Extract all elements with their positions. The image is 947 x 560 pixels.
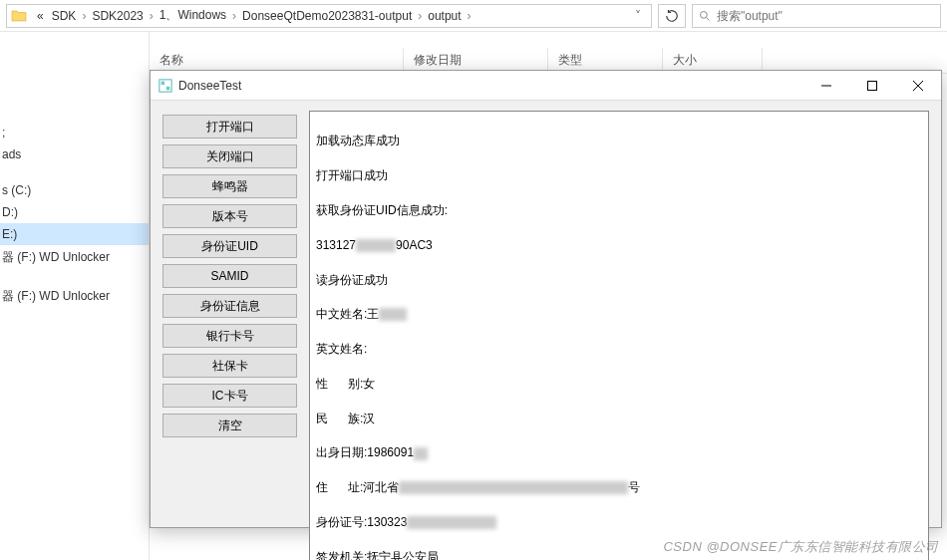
output-line: 民 族:汉 <box>316 411 375 427</box>
output-line: 签发机关:抚宁县公安局 <box>316 549 439 560</box>
search-input-wrap[interactable] <box>692 4 941 28</box>
ic-card-button[interactable]: IC卡号 <box>162 384 297 408</box>
sidebar-item[interactable]: s (C:) <box>0 179 149 201</box>
redacted <box>356 239 396 252</box>
close-button[interactable] <box>895 71 941 101</box>
minimize-icon <box>821 81 831 91</box>
search-input[interactable] <box>717 9 934 23</box>
titlebar[interactable]: DonseeTest <box>151 71 941 101</box>
breadcrumb-item[interactable]: output <box>424 9 465 23</box>
folder-icon <box>11 8 27 24</box>
output-line: 中文姓名:王 <box>316 306 379 323</box>
redacted <box>414 447 428 460</box>
app-content: 打开端口 关闭端口 蜂鸣器 版本号 身份证UID SAMID 身份证信息 银行卡… <box>151 101 941 560</box>
svg-rect-4 <box>166 86 170 90</box>
breadcrumb-item[interactable]: SDK <box>48 9 81 23</box>
redacted <box>407 516 496 529</box>
output-line: 获取身份证UID信息成功: <box>316 202 448 219</box>
app-icon <box>158 79 172 93</box>
id-uid-button[interactable]: 身份证UID <box>162 234 297 258</box>
id-info-button[interactable]: 身份证信息 <box>162 294 297 318</box>
svg-point-0 <box>701 11 708 18</box>
sidebar-item[interactable]: ads <box>0 143 149 165</box>
watermark: CSDN @DONSEE广东东信智能科技有限公司 <box>663 538 939 556</box>
output-line: 出身日期:1986091 <box>316 444 414 461</box>
clear-button[interactable]: 清空 <box>162 414 297 437</box>
breadcrumb-item[interactable]: SDK2023 <box>88 9 147 23</box>
output-line: 313127 <box>316 237 356 254</box>
refresh-icon <box>665 9 679 23</box>
maximize-button[interactable] <box>849 71 895 101</box>
svg-line-1 <box>707 17 710 20</box>
refresh-button[interactable] <box>658 4 686 28</box>
search-icon <box>699 10 711 22</box>
window-title: DonseeTest <box>178 79 803 93</box>
output-line: 90AC3 <box>396 237 433 254</box>
breadcrumb-item[interactable]: 1、Windows <box>156 7 230 24</box>
close-port-button[interactable]: 关闭端口 <box>162 144 297 168</box>
sidebar-item[interactable]: 器 (F:) WD Unlocker <box>0 245 149 270</box>
open-port-button[interactable]: 打开端口 <box>162 115 297 139</box>
output-line: 读身份证成功 <box>316 272 388 289</box>
svg-rect-3 <box>161 81 165 85</box>
buzzer-button[interactable]: 蜂鸣器 <box>162 174 297 198</box>
breadcrumb-prefix: « <box>33 9 48 23</box>
app-window: DonseeTest 打开端口 关闭端口 蜂鸣器 版本号 身份证UID SAMI… <box>150 70 942 528</box>
maximize-icon <box>867 81 877 91</box>
chevron-right-icon: › <box>230 9 238 23</box>
output-line: 号 <box>628 479 640 496</box>
output-line: 加载动态库成功 <box>316 133 400 149</box>
redacted <box>399 481 628 494</box>
output-line: 住 址:河北省 <box>316 479 399 496</box>
sidebar-item[interactable]: D:) <box>0 201 149 223</box>
redacted <box>379 308 407 321</box>
button-panel: 打开端口 关闭端口 蜂鸣器 版本号 身份证UID SAMID 身份证信息 银行卡… <box>162 111 297 560</box>
breadcrumb[interactable]: « SDK› SDK2023› 1、Windows› DonseeQtDemo2… <box>6 4 652 28</box>
chevron-down-icon[interactable]: ˅ <box>629 9 647 23</box>
chevron-right-icon: › <box>148 9 156 23</box>
sidebar: ; ads s (C:) D:) E:) 器 (F:) WD Unlocker … <box>0 32 150 560</box>
output-line: 性 别:女 <box>316 376 375 393</box>
explorer-toolbar: « SDK› SDK2023› 1、Windows› DonseeQtDemo2… <box>0 0 947 32</box>
minimize-button[interactable] <box>803 71 849 101</box>
output-line: 打开端口成功 <box>316 167 388 184</box>
window-controls <box>803 71 941 101</box>
output-textarea[interactable]: 加载动态库成功 打开端口成功 获取身份证UID信息成功: 31312790AC3… <box>309 111 929 560</box>
version-button[interactable]: 版本号 <box>162 204 297 228</box>
output-line: 英文姓名: <box>316 341 367 358</box>
sidebar-item[interactable]: 器 (F:) WD Unlocker <box>0 284 149 309</box>
chevron-right-icon: › <box>466 9 474 23</box>
output-line: 身份证号:130323 <box>316 514 407 531</box>
samid-button[interactable]: SAMID <box>162 264 297 288</box>
sidebar-item[interactable]: E:) <box>0 223 149 245</box>
chevron-right-icon: › <box>80 9 88 23</box>
close-icon <box>913 81 923 91</box>
bank-card-button[interactable]: 银行卡号 <box>162 324 297 348</box>
breadcrumb-item[interactable]: DonseeQtDemo2023831-output <box>238 9 416 23</box>
sidebar-item[interactable]: ; <box>0 122 149 143</box>
svg-rect-6 <box>868 81 877 90</box>
chevron-right-icon: › <box>416 9 424 23</box>
social-card-button[interactable]: 社保卡 <box>162 354 297 378</box>
